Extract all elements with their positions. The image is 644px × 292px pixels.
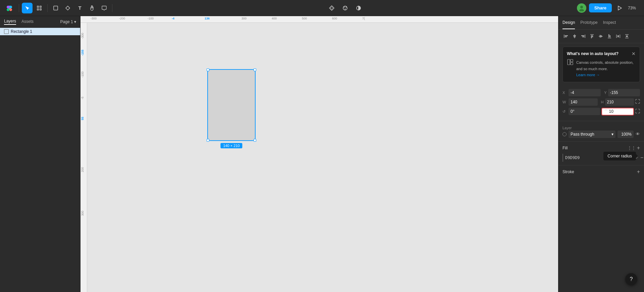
share-button[interactable]: Share	[589, 3, 612, 12]
layer-rect-icon	[4, 29, 9, 34]
corner-individual-icon[interactable]	[635, 109, 640, 114]
help-button[interactable]: ?	[625, 273, 637, 285]
pen-tool[interactable]	[62, 3, 73, 13]
svg-rect-22	[591, 35, 592, 38]
shape-tool[interactable]	[50, 3, 61, 13]
ruler-tick: 500	[302, 17, 307, 20]
w-input[interactable]	[569, 98, 598, 106]
text-tool[interactable]: T	[74, 3, 85, 13]
tab-inspect[interactable]: Inspect	[603, 16, 616, 29]
select-tool[interactable]	[22, 3, 33, 13]
tab-prototype[interactable]: Prototype	[580, 16, 597, 29]
distribute-h-btn[interactable]	[614, 32, 622, 40]
handle-br[interactable]	[254, 139, 256, 142]
stroke-actions: +	[637, 169, 640, 175]
y-input[interactable]	[608, 89, 640, 96]
ruler-vtick: -5	[81, 97, 84, 99]
fill-add-btn[interactable]: +	[637, 145, 640, 151]
tooltip-text-area: Canvas controls, absolute position, and …	[576, 59, 636, 78]
corner-radius-icon: ⌒	[604, 109, 608, 114]
svg-rect-26	[601, 35, 602, 37]
figma-logo[interactable]	[4, 3, 15, 13]
layer-item-rectangle[interactable]: Rectangle 1	[0, 28, 80, 35]
svg-rect-1	[40, 6, 41, 7]
align-top-btn[interactable]	[588, 32, 596, 40]
ruler-tick-active: -4	[172, 17, 174, 20]
svg-rect-38	[571, 62, 573, 65]
ruler-vtick-active2: 55	[81, 117, 84, 120]
ruler-vtick: 200	[81, 167, 84, 172]
svg-rect-32	[618, 35, 619, 37]
plugins-tool[interactable]	[340, 3, 351, 13]
layer-section-title: Layer	[562, 126, 572, 130]
canvas-area[interactable]: -300 -200 -100 -4 136 300 400 500 600 7(…	[80, 16, 558, 292]
toolbar-sep-1	[19, 4, 19, 12]
size-label: 140 × 210	[220, 143, 242, 148]
rotation-corner-row: ↺ ⌒	[562, 108, 640, 115]
tab-layers[interactable]: Layers	[4, 19, 16, 25]
visibility-icon[interactable]: 👁	[636, 132, 640, 137]
svg-rect-14	[565, 37, 567, 38]
tab-assets[interactable]: Assets	[21, 19, 34, 25]
opacity-input[interactable]	[618, 131, 634, 138]
fill-color-swatch[interactable]	[562, 154, 563, 162]
blend-mode-select[interactable]: Pass through ▾	[569, 131, 615, 138]
layer-section: Layer Pass through ▾ 👁	[558, 121, 644, 142]
x-label: X	[562, 91, 567, 95]
hand-tool[interactable]	[87, 3, 97, 13]
tooltip-layout-icon	[567, 59, 574, 66]
svg-rect-21	[590, 34, 594, 35]
ruler-vertical: -300 -155 -100 -5 55 200 300	[80, 23, 87, 292]
svg-point-6	[344, 6, 345, 7]
toolbar-sep-2	[47, 4, 48, 12]
main-area: Layers Assets Page 1 ▾ Rectangle 1 -300 …	[0, 16, 644, 292]
fill-remove-btn[interactable]: −	[640, 155, 643, 161]
y-label: Y	[602, 91, 607, 95]
tooltip-learn-more[interactable]: Learn more →	[576, 73, 600, 77]
xy-row: X Y	[562, 89, 640, 96]
align-center-v-btn[interactable]	[597, 32, 605, 40]
align-center-h-btn[interactable]	[571, 32, 579, 40]
avatar	[577, 3, 586, 13]
blend-mode-label: Pass through	[571, 132, 594, 137]
stroke-add-btn[interactable]: +	[637, 169, 640, 175]
corner-radius-input[interactable]	[609, 109, 620, 114]
handle-bl[interactable]	[207, 139, 209, 142]
ruler-vtick: -100	[81, 71, 84, 78]
toolbar: T	[0, 0, 644, 16]
w-label: W	[562, 100, 567, 104]
ruler-vtick: -300	[81, 33, 84, 39]
contrast-tool[interactable]	[353, 3, 364, 13]
frame-tool[interactable]	[34, 3, 45, 13]
resize-proportional-icon[interactable]	[635, 99, 640, 105]
h-input[interactable]	[605, 98, 634, 106]
close-icon[interactable]: ✕	[632, 51, 636, 56]
svg-rect-28	[608, 34, 609, 37]
layer-item-label: Rectangle 1	[11, 29, 32, 34]
component-tool[interactable]	[326, 3, 337, 13]
svg-rect-12	[564, 35, 565, 38]
svg-rect-30	[616, 35, 617, 38]
ruler-tick: 300	[241, 17, 247, 20]
svg-rect-34	[625, 38, 629, 39]
tab-design[interactable]: Design	[562, 16, 575, 29]
fill-title: Fill	[562, 146, 568, 150]
distribute-v-btn[interactable]	[623, 32, 631, 40]
handle-tr[interactable]	[254, 68, 256, 71]
rotation-input[interactable]	[569, 108, 600, 115]
play-button[interactable]	[614, 3, 625, 13]
handle-tl[interactable]	[207, 68, 209, 71]
align-bottom-btn[interactable]	[605, 32, 613, 40]
align-left-btn[interactable]	[562, 32, 570, 40]
svg-rect-3	[40, 9, 41, 10]
x-input[interactable]	[569, 89, 601, 96]
page-selector[interactable]: Page 1 ▾	[60, 19, 76, 24]
align-right-btn[interactable]	[579, 32, 587, 40]
layer-row: Pass through ▾ 👁	[562, 131, 640, 138]
zoom-level[interactable]: 73%	[628, 6, 640, 10]
canvas-rectangle[interactable]	[208, 70, 255, 140]
svg-rect-36	[568, 59, 570, 65]
comment-tool[interactable]	[99, 3, 109, 13]
fill-grid-icon[interactable]: ⋮⋮	[628, 146, 636, 150]
canvas-selection[interactable]: 140 × 210	[208, 70, 255, 140]
